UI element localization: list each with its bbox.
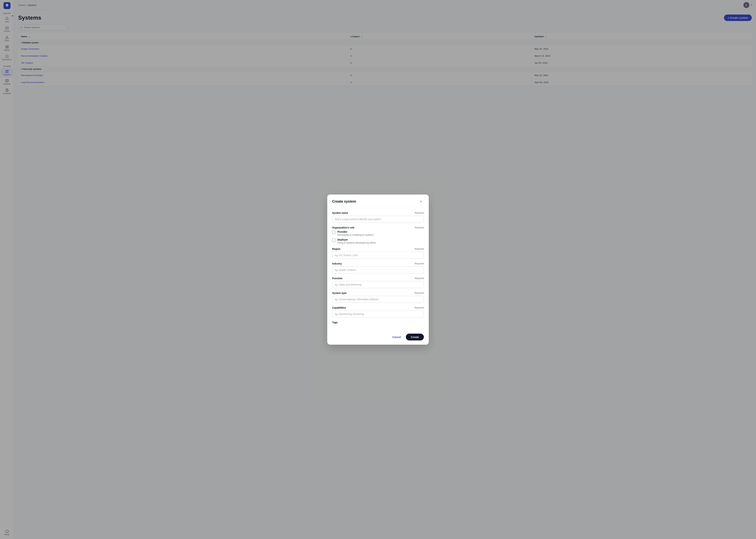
region-label: Region Required (332, 248, 424, 250)
provider-checkbox[interactable] (332, 231, 335, 234)
provider-option[interactable]: Provider Developing or modifying AI syst… (332, 230, 424, 236)
modal-title: Create system (332, 199, 356, 203)
org-role-group: Organisation's role Required Provider De… (332, 226, 424, 244)
system-name-group: System name Required (332, 211, 424, 223)
system-type-input[interactable] (332, 296, 424, 303)
cancel-button[interactable]: Cancel (389, 334, 404, 340)
industry-input[interactable] (332, 267, 424, 273)
system-name-input[interactable] (332, 216, 424, 223)
region-group: Region Required (332, 248, 424, 259)
checkbox-group: Provider Developing or modifying AI syst… (332, 230, 424, 244)
system-name-label: System name Required (332, 211, 424, 214)
close-icon: × (420, 199, 422, 203)
deployer-desc: Using AI systems developed by others (337, 241, 376, 244)
capabilities-input[interactable] (332, 311, 424, 318)
function-input[interactable] (332, 281, 424, 288)
region-input[interactable] (332, 252, 424, 259)
org-role-label: Organisation's role Required (332, 226, 424, 229)
function-label: Function Required (332, 277, 424, 280)
industry-label: Industry Required (332, 262, 424, 265)
modal-footer: Cancel Create (327, 331, 429, 345)
modal-overlay[interactable]: Create system × System name Required Org… (0, 0, 756, 539)
create-button[interactable]: Create (406, 334, 424, 341)
deployer-title: Deployer (337, 238, 376, 241)
deployer-checkbox[interactable] (332, 239, 335, 242)
system-type-group: System type Required (332, 292, 424, 303)
create-system-modal: Create system × System name Required Org… (327, 194, 429, 345)
system-type-label: System type Required (332, 292, 424, 294)
deployer-option[interactable]: Deployer Using AI systems developed by o… (332, 238, 424, 244)
modal-header: Create system × (327, 194, 429, 208)
function-group: Function Required (332, 277, 424, 288)
industry-group: Industry Required (332, 262, 424, 273)
provider-desc: Developing or modifying AI systems (337, 234, 374, 236)
capabilities-label: Capabilities Required (332, 306, 424, 309)
modal-close-button[interactable]: × (418, 199, 424, 204)
modal-body: System name Required Organisation's role… (327, 208, 429, 331)
tags-group: Tags (332, 321, 424, 324)
provider-title: Provider (337, 230, 374, 233)
capabilities-group: Capabilities Required (332, 306, 424, 318)
tags-label: Tags (332, 321, 424, 324)
